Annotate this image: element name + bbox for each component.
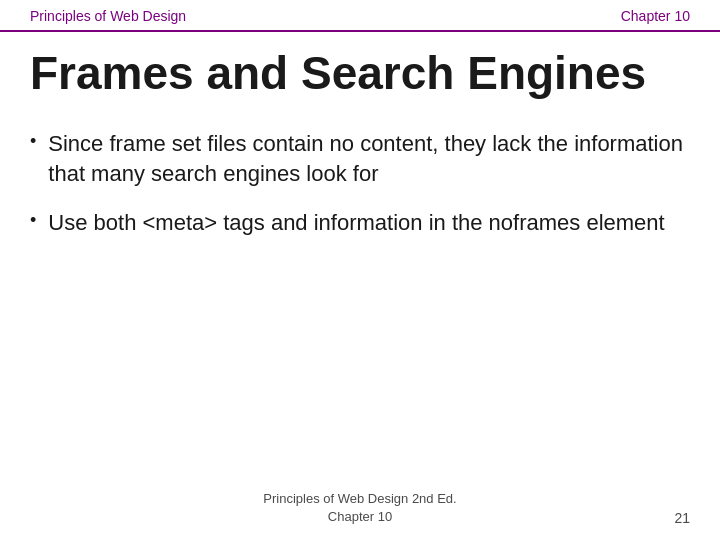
bullet-text-1: Since frame set files contain no content… (48, 129, 690, 191)
slide-header: Principles of Web Design Chapter 10 (0, 0, 720, 32)
footer-center: Principles of Web Design 2nd Ed. Chapter… (263, 490, 456, 526)
header-chapter: Chapter 10 (621, 8, 690, 24)
bullet-item-1: • Since frame set files contain no conte… (30, 129, 690, 191)
bullet-dot-2: • (30, 210, 36, 231)
header-title: Principles of Web Design (30, 8, 186, 24)
footer-line2: Chapter 10 (263, 508, 456, 526)
bullet-dot-1: • (30, 131, 36, 152)
content-section: • Since frame set files contain no conte… (0, 119, 720, 267)
slide-title: Frames and Search Engines (30, 48, 690, 99)
footer-page-number: 21 (674, 510, 690, 526)
footer-line1: Principles of Web Design 2nd Ed. (263, 490, 456, 508)
bullet-item-2: • Use both <meta> tags and information i… (30, 208, 690, 239)
bullet-text-2: Use both <meta> tags and information in … (48, 208, 664, 239)
slide: Principles of Web Design Chapter 10 Fram… (0, 0, 720, 540)
title-section: Frames and Search Engines (0, 32, 720, 119)
slide-footer: Principles of Web Design 2nd Ed. Chapter… (0, 490, 720, 526)
